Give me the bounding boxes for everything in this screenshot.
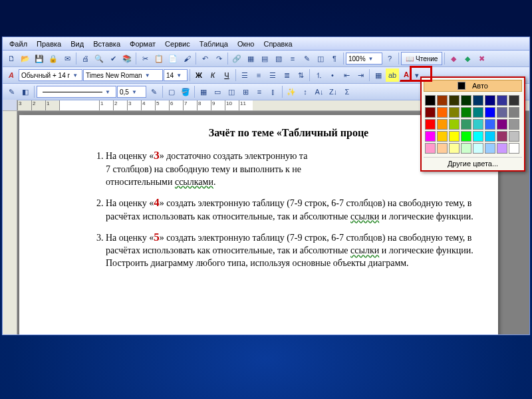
permission-icon[interactable]: 🔒 xyxy=(47,52,60,65)
border-color-icon[interactable]: ✎ xyxy=(147,85,160,98)
research-icon[interactable]: 📚 xyxy=(120,52,134,65)
font-color-dropdown[interactable]: ▾ xyxy=(414,68,420,82)
linespacing-icon[interactable]: ⇅ xyxy=(294,68,307,82)
insert-table2-icon[interactable]: ▦ xyxy=(197,85,210,98)
color-swatch[interactable] xyxy=(461,95,471,106)
color-swatch[interactable] xyxy=(425,107,436,118)
color-swatch[interactable] xyxy=(461,131,471,142)
align-justify-icon[interactable]: ≣ xyxy=(280,68,293,82)
text-direction-icon[interactable]: ↕ xyxy=(299,85,312,98)
preview-icon[interactable]: 🔍 xyxy=(92,52,106,65)
menu-edit[interactable]: Правка xyxy=(33,39,65,49)
spell-icon[interactable]: ✔ xyxy=(106,52,120,65)
color-swatch[interactable] xyxy=(437,131,448,142)
outside-border-icon[interactable]: ▢ xyxy=(165,85,178,98)
color-swatch[interactable] xyxy=(461,143,471,154)
bold-button[interactable]: Ж xyxy=(192,68,205,82)
outdent-icon[interactable]: ⇤ xyxy=(340,68,353,82)
menu-service[interactable]: Сервис xyxy=(161,39,194,49)
align-cell-icon[interactable]: ⊞ xyxy=(239,85,252,98)
color-swatch[interactable] xyxy=(437,95,448,106)
split-cells-icon[interactable]: ◫ xyxy=(225,85,238,98)
docmap-icon[interactable]: ◫ xyxy=(314,52,327,65)
color-swatch[interactable] xyxy=(485,95,495,106)
color-swatch[interactable] xyxy=(437,107,448,118)
tables-borders-icon[interactable]: ▦ xyxy=(244,52,257,65)
menu-help[interactable]: Справка xyxy=(259,39,296,49)
copy-icon[interactable]: 📋 xyxy=(152,52,166,65)
mail-icon[interactable]: ✉ xyxy=(61,52,74,65)
vertical-ruler[interactable] xyxy=(3,111,17,334)
menu-view[interactable]: Вид xyxy=(66,39,88,49)
line-weight-combo[interactable]: 0,5 ▼ xyxy=(117,86,146,98)
color-swatch[interactable] xyxy=(461,119,471,130)
color-swatch[interactable] xyxy=(497,131,507,142)
align-center-icon[interactable]: ≡ xyxy=(252,68,265,82)
shading-icon[interactable]: 🪣 xyxy=(179,85,192,98)
menu-window[interactable]: Окно xyxy=(233,39,259,49)
format-painter-icon[interactable]: 🖌 xyxy=(180,52,194,65)
new-doc-icon[interactable]: 🗋 xyxy=(5,52,18,65)
addin-icon-3[interactable]: ✖ xyxy=(475,52,488,65)
color-swatch[interactable] xyxy=(425,119,436,130)
styles-pane-icon[interactable]: A xyxy=(5,68,18,82)
read-mode-button[interactable]: 📖 Чтение xyxy=(401,52,442,65)
save-icon[interactable]: 💾 xyxy=(33,52,46,65)
redo-icon[interactable]: ↷ xyxy=(212,52,225,65)
color-swatch[interactable] xyxy=(497,95,507,106)
line-style-combo[interactable]: ▼ xyxy=(37,86,116,98)
font-color-button[interactable]: A xyxy=(400,68,413,82)
underline-button[interactable]: Ч xyxy=(220,68,233,82)
color-swatch[interactable] xyxy=(509,107,519,118)
help-icon[interactable]: ? xyxy=(383,52,396,65)
menu-insert[interactable]: Вставка xyxy=(89,39,124,49)
color-swatch[interactable] xyxy=(509,119,519,130)
numbered-list-icon[interactable]: ⒈ xyxy=(312,68,325,82)
print-icon[interactable]: 🖨 xyxy=(78,52,92,65)
drawing-icon[interactable]: ✎ xyxy=(300,52,313,65)
eraser-icon[interactable]: ◧ xyxy=(19,85,32,98)
cut-icon[interactable]: ✂ xyxy=(138,52,152,65)
borders-icon[interactable]: ▦ xyxy=(372,68,385,82)
align-right-icon[interactable]: ☰ xyxy=(266,68,279,82)
more-colors-button[interactable]: Другие цвета... xyxy=(424,157,522,168)
color-swatch[interactable] xyxy=(473,107,483,118)
color-swatch[interactable] xyxy=(437,143,448,154)
color-swatch[interactable] xyxy=(473,95,483,106)
color-swatch[interactable] xyxy=(449,143,460,154)
insert-table-icon[interactable]: ▤ xyxy=(258,52,271,65)
color-swatch[interactable] xyxy=(485,131,495,142)
color-swatch[interactable] xyxy=(425,131,436,142)
hyperlink-icon[interactable]: 🔗 xyxy=(230,52,243,65)
paste-icon[interactable]: 📄 xyxy=(166,52,180,65)
menu-format[interactable]: Формат xyxy=(126,39,160,49)
bullet-list-icon[interactable]: • xyxy=(326,68,339,82)
color-swatch[interactable] xyxy=(473,131,483,142)
sort-asc-icon[interactable]: A↓ xyxy=(313,85,326,98)
color-swatch[interactable] xyxy=(449,131,460,142)
menu-table[interactable]: Таблица xyxy=(196,39,232,49)
menu-file[interactable]: Файл xyxy=(5,39,31,49)
zoom-combo[interactable]: 100% ▼ xyxy=(346,53,382,65)
columns-icon[interactable]: ≡ xyxy=(286,52,299,65)
color-swatch[interactable] xyxy=(449,95,460,106)
excel-icon[interactable]: ▧ xyxy=(272,52,285,65)
indent-icon[interactable]: ⇥ xyxy=(354,68,367,82)
addin-icon-2[interactable]: ◆ xyxy=(461,52,474,65)
autosum-icon[interactable]: Σ xyxy=(340,85,354,98)
align-left-icon[interactable]: ☰ xyxy=(238,68,251,82)
color-swatch[interactable] xyxy=(473,143,483,154)
distribute-cols-icon[interactable]: ⫿ xyxy=(267,85,280,98)
font-combo[interactable]: Times New Roman ▼ xyxy=(83,69,163,81)
color-swatch[interactable] xyxy=(449,107,460,118)
distribute-rows-icon[interactable]: ≡ xyxy=(253,85,266,98)
color-swatch[interactable] xyxy=(449,119,460,130)
color-swatch[interactable] xyxy=(485,119,495,130)
color-swatch[interactable] xyxy=(485,107,495,118)
style-combo[interactable]: Обычный + 14 г ▼ xyxy=(19,69,82,81)
color-swatch[interactable] xyxy=(497,119,507,130)
sort-desc-icon[interactable]: Z↓ xyxy=(327,85,340,98)
color-swatch[interactable] xyxy=(485,143,495,154)
color-swatch[interactable] xyxy=(497,107,507,118)
addin-icon-1[interactable]: ◆ xyxy=(447,52,460,65)
